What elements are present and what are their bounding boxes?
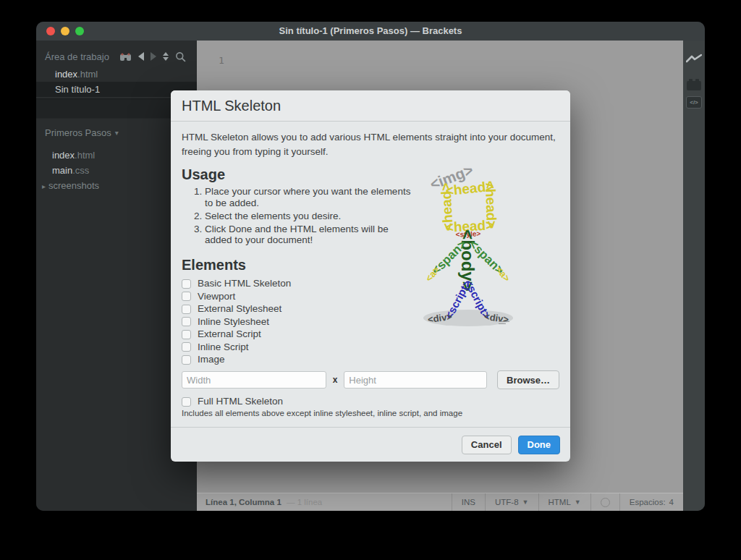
- browse-button[interactable]: Browse…: [497, 370, 559, 389]
- element-row: External Stylesheet: [182, 303, 559, 316]
- language-dropdown[interactable]: HTML ▼: [538, 493, 590, 511]
- usage-heading: Usage: [182, 166, 559, 183]
- size-separator: x: [333, 373, 338, 387]
- dialog-title: HTML Skeleton: [182, 98, 281, 114]
- checkbox-label: Full HTML Skeleton: [198, 394, 283, 409]
- checkbox-basic-html-skeleton[interactable]: [182, 279, 191, 289]
- window-title: Sin título-1 (Primeros Pasos) — Brackets: [36, 22, 705, 41]
- usage-step: Select the elements you desire.: [205, 211, 416, 222]
- element-row: Inline Stylesheet: [182, 315, 559, 328]
- project-name: Primeros Pasos: [45, 127, 111, 138]
- insert-mode-toggle[interactable]: INS: [452, 493, 485, 511]
- done-button[interactable]: Done: [518, 436, 561, 454]
- checkbox-image[interactable]: [182, 355, 191, 365]
- desktop: Sin título-1 (Primeros Pasos) — Brackets…: [0, 0, 741, 560]
- chevron-down-icon: ▾: [115, 129, 119, 137]
- full-skeleton-row: Full HTML Skeleton: [182, 396, 559, 407]
- element-row: Inline Script: [182, 341, 559, 354]
- close-button[interactable]: [46, 27, 55, 35]
- cursor-position: Línea 1, Columna 1: [206, 498, 281, 506]
- usage-step: Click Done and the HTML elements will be…: [205, 224, 416, 246]
- checkbox-external-stylesheet[interactable]: [182, 305, 191, 314]
- checkbox-inline-stylesheet[interactable]: [182, 317, 191, 326]
- find-in-files-icon[interactable]: [119, 52, 132, 61]
- dialog-body: HTML Skeleton allows you to add various …: [171, 122, 570, 427]
- chevron-down-icon: ▼: [575, 499, 581, 506]
- navigate-back-icon[interactable]: [138, 52, 144, 61]
- zoom-button[interactable]: [75, 27, 84, 35]
- usage-steps: Place your cursor where you want the ele…: [182, 186, 416, 246]
- figure-head-tag-bottom: <head>: [445, 218, 494, 234]
- image-height-input[interactable]: [344, 371, 487, 389]
- line-number: 1: [219, 55, 224, 66]
- encoding-dropdown[interactable]: UTF-8 ▼: [485, 493, 538, 511]
- search-icon[interactable]: [175, 51, 186, 62]
- dialog-description: HTML Skeleton allows you to add various …: [182, 130, 559, 159]
- figure-style-tag: <style>: [455, 226, 480, 242]
- figure-head-tag-left: <head>: [439, 182, 455, 232]
- element-row: External Script: [182, 328, 559, 341]
- image-size-row: x Browse…: [182, 370, 559, 389]
- checkbox-label: Image: [198, 352, 225, 367]
- chevron-right-icon: ▸: [42, 182, 46, 190]
- traffic-lights: [46, 27, 84, 35]
- element-row: Image: [182, 354, 559, 367]
- workspace-label: Área de trabajo: [45, 51, 109, 62]
- window-titlebar: Sin título-1 (Primeros Pasos) — Brackets: [36, 22, 705, 41]
- checkbox-inline-script[interactable]: [182, 342, 191, 352]
- usage-step: Place your cursor where you want the ele…: [205, 186, 416, 208]
- line-count: — 1 línea: [287, 498, 322, 506]
- checkbox-viewport[interactable]: [182, 292, 191, 301]
- navigate-forward-icon[interactable]: [151, 52, 156, 61]
- html-skeleton-extension-icon[interactable]: </>: [686, 96, 702, 109]
- minimize-button[interactable]: [61, 27, 69, 35]
- split-view-icon[interactable]: [163, 52, 169, 61]
- workspace-header: Área de trabajo: [36, 46, 197, 67]
- elements-heading: Elements: [182, 256, 559, 273]
- dialog-footer: Cancel Done: [171, 427, 570, 462]
- checkbox-full-html-skeleton[interactable]: [182, 397, 191, 407]
- dialog-header: HTML Skeleton: [171, 90, 570, 122]
- status-bar: Línea 1, Columna 1 — 1 línea INS UTF-8 ▼…: [197, 493, 683, 511]
- lint-status-indicator[interactable]: [590, 493, 619, 511]
- element-row: Basic HTML Skeleton: [182, 278, 559, 291]
- working-file-index-html[interactable]: index.html: [36, 67, 197, 82]
- elements-list: Basic HTML Skeleton Viewport External St…: [182, 278, 559, 367]
- checkbox-external-script[interactable]: [182, 330, 191, 339]
- cancel-button[interactable]: Cancel: [462, 436, 512, 454]
- toolbar-right: </>: [683, 41, 705, 511]
- indent-setting[interactable]: Espacios: 4: [619, 493, 683, 511]
- live-preview-icon[interactable]: [686, 54, 702, 64]
- html-skeleton-dialog: HTML Skeleton HTML Skeleton allows you t…: [171, 90, 570, 462]
- chevron-down-icon: ▼: [522, 499, 529, 506]
- extension-manager-icon[interactable]: [687, 81, 701, 90]
- image-width-input[interactable]: [182, 371, 326, 389]
- figure-head-tag-right: <head>: [483, 180, 499, 229]
- full-skeleton-note: Includes all elements above except inlin…: [182, 409, 559, 418]
- status-circle-icon: [601, 498, 610, 507]
- element-row: Viewport: [182, 290, 559, 303]
